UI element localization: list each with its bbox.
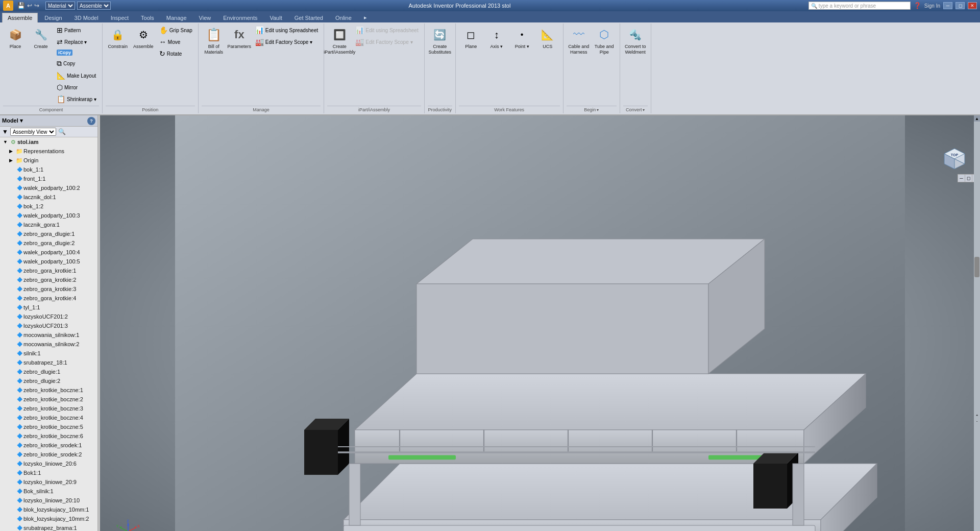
sidebar-tree[interactable]: ▼⚙stol.iam▶📁Representations▶📁Origin🔷bok_… (0, 137, 97, 531)
tree-item-lozysko_liniowe_20_6[interactable]: 🔷lozysko_liniowe_20:6 (0, 459, 97, 468)
replace-button[interactable]: ⇄ Replace ▾ (54, 36, 99, 47)
search-tree-icon[interactable]: 🔍 (58, 128, 66, 135)
plane-button[interactable]: ◻ Plane (459, 25, 483, 55)
copy-button[interactable]: ⧉ Copy (54, 58, 99, 69)
material-selector[interactable]: Material (45, 2, 75, 10)
grip-snap-button[interactable]: ✋ Grip Snap (157, 25, 195, 36)
edit-spreadsheet-button[interactable]: 📊 Edit using Spreadsheet (253, 25, 321, 36)
tree-item-bok_1_2[interactable]: 🔷bok_1:2 (0, 202, 97, 211)
quick-redo[interactable]: ↪ (34, 2, 39, 9)
tree-item-zebro_krotkie_boczne_6[interactable]: 🔷zebro_krotkie_boczne:6 (0, 431, 97, 441)
make-layout-button[interactable]: 📐 Make Layout (54, 70, 99, 81)
tree-item-zebro_gora_krotkie_4[interactable]: 🔷zebro_gora_krotkie:4 (0, 294, 97, 303)
point-button[interactable]: • Point ▾ (510, 25, 534, 55)
tree-item-blok_lozyskujacy_10mm_2[interactable]: 🔷blok_lozyskujacy_10mm:2 (0, 514, 97, 523)
tree-item-zebro_gora_krotkie_3[interactable]: 🔷zebro_gora_krotkie:3 (0, 284, 97, 294)
bill-of-materials-button[interactable]: 📋 Bill ofMaterials (202, 25, 226, 57)
create-ipart-button[interactable]: 🔲 CreateiPart/iAssembly (327, 25, 352, 57)
quick-save[interactable]: 💾 (17, 2, 25, 9)
tree-item-zebro_krotkie_srodek_1[interactable]: 🔷zebro_krotkie_srodek:1 (0, 441, 97, 450)
3d-viewport[interactable]: TOP X Y Z ─ ◻ ✕ ▲ (100, 115, 980, 531)
tree-item-zebro_gora_krotkie_1[interactable]: 🔷zebro_gora_krotkie:1 (0, 266, 97, 275)
create-substitutes-button[interactable]: 🔄 CreateSubstitutes (428, 25, 452, 57)
appearance-selector[interactable]: Assemble (77, 2, 111, 10)
tree-item-walek_podparty_100_5[interactable]: 🔷walek_podparty_100:5 (0, 257, 97, 266)
shrinkwrap-button[interactable]: 📋 Shrinkwrap ▾ (54, 93, 99, 105)
tab-environments[interactable]: Environments (217, 13, 263, 22)
tree-item-zebro_krotkie_boczne_1[interactable]: 🔷zebro_krotkie_boczne:1 (0, 385, 97, 395)
tree-item-zebro_krotkie_boczne_3[interactable]: 🔷zebro_krotkie_boczne:3 (0, 404, 97, 413)
zoom-in-btn[interactable]: + (976, 413, 978, 418)
tree-item-lozysko_ucf201_3[interactable]: 🔷lozyskoUCF201:3 (0, 321, 97, 330)
scroll-thumb-v[interactable] (974, 257, 979, 277)
assemble-button[interactable]: ⚙ Assemble (131, 25, 156, 55)
tab-design[interactable]: Design (39, 13, 67, 22)
mirror-button[interactable]: ⬡ Mirror (54, 82, 99, 93)
tab-manage[interactable]: Manage (161, 13, 192, 22)
tree-item-origin[interactable]: ▶📁Origin (0, 156, 97, 165)
tree-item-srubatrapez_brama_1[interactable]: 🔷srubatrapez_brama:1 (0, 523, 97, 531)
tab-view[interactable]: View (193, 13, 217, 22)
sidebar-help-button[interactable]: ? (87, 117, 95, 125)
scroll-up-btn[interactable]: ▲ (974, 115, 980, 122)
tree-item-lozysko_ucf201_2[interactable]: 🔷lozyskoUCF201:2 (0, 312, 97, 321)
tube-pipe-button[interactable]: ⬡ Tube andPipe (592, 25, 617, 57)
tab-assemble[interactable]: Assemble (2, 13, 38, 22)
tree-item-lozysko_liniowe_20_10[interactable]: 🔷lozysko_liniowe_20:10 (0, 496, 97, 505)
tree-item-mocowania_silnikow_2[interactable]: 🔷mocowania_silnikow:2 (0, 340, 97, 349)
constrain-button[interactable]: 🔒 Constrain (106, 25, 130, 55)
tree-item-zebro_krotkie_srodek_2[interactable]: 🔷zebro_krotkie_srodek:2 (0, 450, 97, 459)
tree-item-lozysko_liniowe_20_9[interactable]: 🔷lozysko_liniowe_20:9 (0, 477, 97, 487)
tab-online[interactable]: Online (330, 13, 357, 22)
tree-item-walek_podparty_100_4[interactable]: 🔷walek_podparty_100:4 (0, 248, 97, 257)
tree-item-zebro_gora_dlugie_2[interactable]: 🔷zebro_gora_dlugie:2 (0, 238, 97, 248)
minimize-btn[interactable]: ─ (943, 2, 952, 9)
tree-item-zebro_gora_dlugie_1[interactable]: 🔷zebro_gora_dlugie:1 (0, 229, 97, 238)
filter-icon[interactable]: ▼ (2, 128, 8, 135)
tree-item-zebro_krotkie_boczne_4[interactable]: 🔷zebro_krotkie_boczne:4 (0, 413, 97, 422)
tree-item-bok_1_1[interactable]: 🔷bok_1:1 (0, 165, 97, 174)
tree-item-zebro_dlugie_1[interactable]: 🔷zebro_dlugie:1 (0, 367, 97, 376)
tab-extra[interactable]: ▸ (358, 12, 373, 22)
quick-undo[interactable]: ↩ (27, 2, 32, 9)
parameters-button[interactable]: fx Parameters (227, 25, 252, 55)
tree-item-zebro_krotkie_boczne_2[interactable]: 🔷zebro_krotkie_boczne:2 (0, 395, 97, 404)
edit-factory-scope-button[interactable]: 🏭 Edit Factory Scope ▾ (253, 36, 321, 47)
orientation-cube[interactable]: TOP (939, 141, 970, 172)
tree-item-tyl_1_1[interactable]: 🔷tyl_1:1 (0, 303, 97, 312)
zoom-out-btn[interactable]: - (976, 419, 978, 423)
view-selector[interactable]: Assembly View (10, 128, 56, 136)
viewport-maximize-btn[interactable]: ◻ (965, 175, 972, 182)
move-button[interactable]: ↔ Move (157, 36, 195, 47)
tab-vault[interactable]: Vault (264, 13, 287, 22)
tree-item-zebro_gora_krotkie_2[interactable]: 🔷zebro_gora_krotkie:2 (0, 275, 97, 284)
restore-btn[interactable]: ◻ (955, 2, 965, 9)
tree-item-bok1_1[interactable]: 🔷Bok1:1 (0, 468, 97, 477)
ucs-button[interactable]: 📐 UCS (535, 25, 560, 55)
tree-item-srubatrapez_18_1[interactable]: 🔷srubatrapez_18:1 (0, 358, 97, 367)
tree-item-lacznik_gora_1[interactable]: 🔷lacznik_gora:1 (0, 220, 97, 229)
tab-inspect[interactable]: Inspect (105, 13, 134, 22)
tree-item-walek_podparty_100_3[interactable]: 🔷walek_podparty_100:3 (0, 211, 97, 220)
tree-item-representations[interactable]: ▶📁Representations (0, 147, 97, 156)
axis-button[interactable]: ↕ Axis ▾ (484, 25, 509, 55)
viewport-minimize-btn[interactable]: ─ (958, 175, 965, 182)
tree-item-zebro_krotkie_boczne_5[interactable]: 🔷zebro_krotkie_boczne:5 (0, 422, 97, 431)
tab-getstarted[interactable]: Get Started (289, 13, 329, 22)
tree-item-blok_lozyskujacy_10mm_1[interactable]: 🔷blok_lozyskujacy_10mm:1 (0, 505, 97, 514)
tree-item-walek_podparty_100_2[interactable]: 🔷walek_podparty_100:2 (0, 183, 97, 192)
search-bar[interactable]: 🔍 type a keyword or phrase (808, 2, 911, 10)
close-btn[interactable]: ✕ (968, 2, 977, 9)
icopy-button[interactable]: iCopy (54, 48, 99, 57)
cable-harness-button[interactable]: 〰 Cable andHarness (567, 25, 591, 57)
edit-spreadsheet-ipart-button[interactable]: 📊 Edit using Spreadsheet (353, 25, 421, 36)
tab-3dmodel[interactable]: 3D Model (69, 13, 104, 22)
tab-tools[interactable]: Tools (135, 13, 160, 22)
tree-item-stol[interactable]: ▼⚙stol.iam (0, 137, 97, 147)
tree-item-mocowania_silnikow_1[interactable]: 🔷mocowania_silnikow:1 (0, 330, 97, 340)
create-button[interactable]: 🔧 Create (29, 25, 53, 55)
rotate-button[interactable]: ↻ Rotate (157, 48, 195, 59)
signin-btn[interactable]: Sign In (924, 3, 940, 9)
tree-item-lacznik_dol_1[interactable]: 🔷lacznik_dol:1 (0, 192, 97, 202)
pattern-button[interactable]: ⊞ Pattern (54, 25, 99, 36)
